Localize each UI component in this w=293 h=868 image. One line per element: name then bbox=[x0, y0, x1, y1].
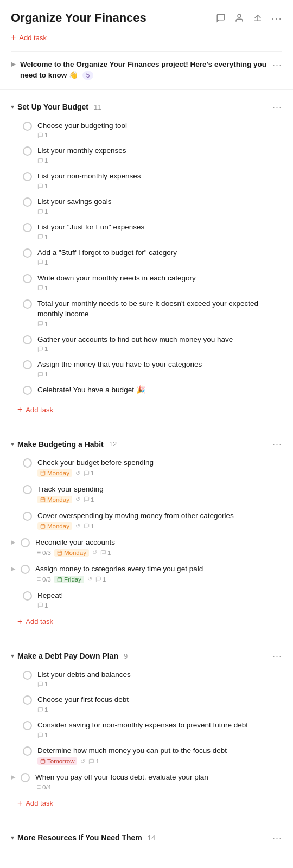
section-count-make-debt-pay-down: 9 bbox=[124, 652, 128, 660]
task-name[interactable]: List your monthly expenses bbox=[37, 146, 282, 156]
task-name[interactable]: Cover overspending by moving money from … bbox=[37, 511, 282, 521]
comment-count: 1 bbox=[37, 706, 48, 713]
section-chevron-set-up-budget[interactable]: ▾ bbox=[11, 103, 14, 111]
section-make-debt-pay-down: ▾Make a Debt Pay Down Plan9···List your … bbox=[0, 645, 293, 820]
task-name[interactable]: Assign money to categories every time yo… bbox=[35, 564, 282, 575]
task-checkbox[interactable] bbox=[23, 512, 32, 521]
task-name[interactable]: Repeat! bbox=[37, 591, 282, 601]
task-date[interactable]: Monday bbox=[37, 469, 72, 477]
comment-count: 1 bbox=[84, 523, 94, 529]
task-date[interactable]: Friday bbox=[54, 576, 84, 583]
task-checkbox[interactable] bbox=[23, 458, 32, 468]
task-item: List your "Just for Fun" expenses1 bbox=[0, 219, 293, 244]
section-more-make-budgeting-habit[interactable]: ··· bbox=[272, 438, 282, 450]
comment-count: 1 bbox=[37, 285, 48, 291]
task-name[interactable]: List your debts and balances bbox=[37, 670, 282, 680]
task-name[interactable]: List your savings goals bbox=[37, 197, 282, 207]
recurrence-icon: ↺ bbox=[75, 496, 80, 503]
section-more-more-resources[interactable]: ··· bbox=[272, 832, 282, 844]
add-task-button-top[interactable]: + Add task bbox=[0, 28, 293, 51]
section-more-make-debt-pay-down[interactable]: ··· bbox=[272, 650, 282, 662]
welcome-section: ▶ Welcome to the Organize Your Finances … bbox=[0, 52, 293, 90]
task-checkbox[interactable] bbox=[23, 695, 32, 705]
task-checkbox[interactable] bbox=[23, 671, 32, 680]
task-date[interactable]: Tomorrow bbox=[37, 757, 77, 765]
task-item: Write down your monthly needs in each ca… bbox=[0, 270, 293, 295]
section-set-up-budget: ▾Set Up Your Budget11···Choose your budg… bbox=[0, 96, 293, 427]
sort-icon[interactable] bbox=[253, 13, 263, 23]
task-name[interactable]: Choose your budgeting tool bbox=[37, 121, 282, 131]
task-item: Determine how much money you can put to … bbox=[0, 742, 293, 769]
task-checkbox[interactable] bbox=[23, 721, 32, 730]
task-expand-icon[interactable]: ▶ bbox=[11, 774, 15, 781]
task-item: ▶Assign money to categories every time y… bbox=[0, 560, 293, 587]
task-checkbox[interactable] bbox=[23, 386, 32, 395]
task-name[interactable]: Track your spending bbox=[37, 484, 282, 495]
comment-count: 1 bbox=[37, 371, 48, 378]
task-date[interactable]: Monday bbox=[54, 549, 89, 557]
section-header-make-budgeting-habit: ▾Make Budgeting a Habit12··· bbox=[0, 433, 293, 454]
task-date[interactable]: Monday bbox=[37, 496, 72, 503]
task-checkbox[interactable] bbox=[23, 197, 32, 207]
section-chevron-make-debt-pay-down[interactable]: ▾ bbox=[11, 652, 14, 660]
task-name[interactable]: List your non-monthly expenses bbox=[37, 171, 282, 182]
section-chevron-make-budgeting-habit[interactable]: ▾ bbox=[11, 441, 14, 448]
section-title-make-debt-pay-down: Make a Debt Pay Down Plan bbox=[17, 652, 118, 660]
task-name[interactable]: Assign the money that you have to your c… bbox=[37, 360, 282, 370]
welcome-more-icon[interactable]: ··· bbox=[272, 59, 282, 71]
task-name[interactable]: Choose your first focus debt bbox=[37, 695, 282, 705]
add-task-set-up-budget[interactable]: +Add task bbox=[0, 400, 293, 422]
task-item: ▶When you pay off your focus debt, evalu… bbox=[0, 769, 293, 794]
task-name[interactable]: Total your monthly needs to be sure it d… bbox=[37, 299, 282, 320]
task-checkbox[interactable] bbox=[23, 146, 32, 156]
task-item: Repeat!1 bbox=[0, 587, 293, 612]
task-checkbox[interactable] bbox=[23, 299, 32, 309]
plus-icon: + bbox=[17, 617, 22, 627]
recurrence-icon: ↺ bbox=[80, 758, 85, 765]
task-checkbox[interactable] bbox=[23, 172, 32, 181]
task-checkbox[interactable] bbox=[23, 360, 32, 369]
task-item: Add a "Stuff I forgot to budget for" cat… bbox=[0, 244, 293, 270]
add-task-make-budgeting-habit[interactable]: +Add task bbox=[0, 612, 293, 634]
task-checkbox[interactable] bbox=[21, 773, 30, 782]
section-more-set-up-budget[interactable]: ··· bbox=[272, 101, 282, 113]
task-checkbox[interactable] bbox=[23, 335, 32, 344]
task-name[interactable]: Gather your accounts to find out how muc… bbox=[37, 335, 282, 345]
task-name[interactable]: Add a "Stuff I forgot to budget for" cat… bbox=[37, 248, 282, 258]
task-item: ▶Reconcile your accounts0/3Monday↺1 bbox=[0, 534, 293, 560]
section-title-make-budgeting-habit: Make Budgeting a Habit bbox=[17, 440, 104, 449]
task-item: List your savings goals1 bbox=[0, 193, 293, 219]
task-item: Gather your accounts to find out how muc… bbox=[0, 331, 293, 356]
task-name[interactable]: Celebrate! You have a budget 🎉 bbox=[37, 385, 282, 395]
task-item: List your monthly expenses1 bbox=[0, 142, 293, 168]
task-checkbox[interactable] bbox=[23, 485, 32, 494]
expand-icon[interactable]: ▶ bbox=[11, 60, 16, 68]
section-chevron-more-resources[interactable]: ▾ bbox=[11, 834, 14, 841]
comment-count: 1 bbox=[37, 681, 48, 687]
task-checkbox[interactable] bbox=[21, 538, 30, 547]
task-name[interactable]: Determine how much money you can put to … bbox=[37, 746, 282, 756]
section-header-make-debt-pay-down: ▾Make a Debt Pay Down Plan9··· bbox=[0, 645, 293, 666]
task-name[interactable]: Check your budget before spending bbox=[37, 458, 282, 468]
task-checkbox[interactable] bbox=[23, 746, 32, 756]
task-name[interactable]: When you pay off your focus debt, evalua… bbox=[35, 773, 282, 783]
task-name[interactable]: List your "Just for Fun" expenses bbox=[37, 222, 282, 233]
task-expand-icon[interactable]: ▶ bbox=[11, 565, 15, 572]
task-date[interactable]: Monday bbox=[37, 522, 72, 530]
add-task-make-debt-pay-down[interactable]: +Add task bbox=[0, 794, 293, 816]
task-checkbox[interactable] bbox=[23, 248, 32, 258]
more-options-icon[interactable]: ··· bbox=[271, 12, 282, 24]
task-name[interactable]: Consider saving for non-monthly expenses… bbox=[37, 720, 282, 731]
task-item: Assign the money that you have to your c… bbox=[0, 356, 293, 381]
task-checkbox[interactable] bbox=[23, 591, 32, 601]
task-name[interactable]: Reconcile your accounts bbox=[35, 538, 282, 548]
task-checkbox[interactable] bbox=[21, 565, 30, 574]
comment-icon[interactable] bbox=[216, 13, 226, 23]
task-checkbox[interactable] bbox=[23, 223, 32, 232]
task-checkbox[interactable] bbox=[23, 122, 32, 131]
section-more-resources: ▾More Resources If You Need Them14··· bbox=[0, 827, 293, 852]
task-expand-icon[interactable]: ▶ bbox=[11, 539, 15, 546]
task-checkbox[interactable] bbox=[23, 274, 32, 283]
task-name[interactable]: Write down your monthly needs in each ca… bbox=[37, 273, 282, 284]
person-icon[interactable] bbox=[234, 13, 244, 23]
